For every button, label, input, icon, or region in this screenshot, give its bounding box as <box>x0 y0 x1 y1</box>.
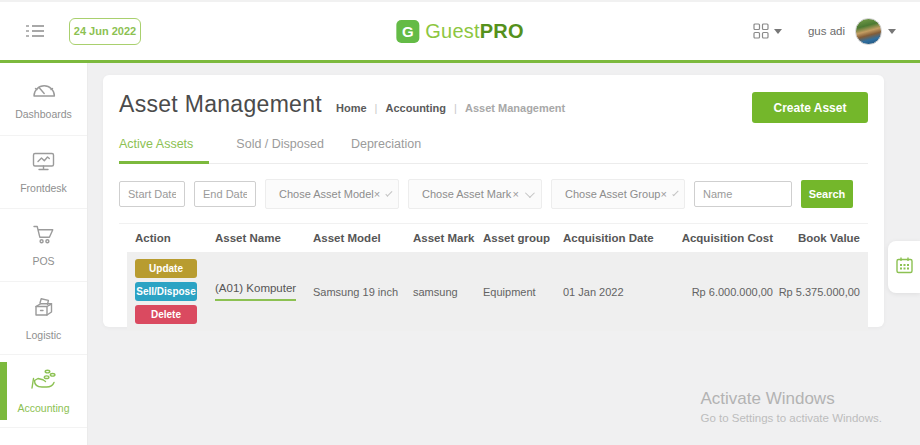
gauge-icon <box>30 79 58 102</box>
filter-bar: Chose Asset Model × Chose Asset Mark × C… <box>119 179 868 209</box>
body: Dashboards Frontdesk POS <box>0 63 920 445</box>
sidebar-item-dashboards[interactable]: Dashboards <box>0 63 87 136</box>
asset-model-select[interactable]: Chose Asset Model × <box>265 179 399 209</box>
acquisition-cost-cell: Rp 6.000.000,00 <box>668 286 773 298</box>
header-right-group: gus adi <box>753 18 920 45</box>
chevron-down-icon <box>525 188 535 198</box>
sidebar-label: Frontdesk <box>20 182 67 194</box>
logo-text: GuestPRO <box>425 20 523 43</box>
tab-depreciation[interactable]: Depreciation <box>351 137 421 164</box>
name-input[interactable] <box>694 181 792 207</box>
breadcrumb-current: Asset Management <box>465 102 565 114</box>
sidebar-label: Dashboards <box>15 108 72 120</box>
asset-group-cell: Equipment <box>483 286 563 298</box>
search-button[interactable]: Search <box>801 180 853 208</box>
action-cell: Update Sell/Dispose Delete <box>135 259 215 324</box>
guestpro-logo: G GuestPRO <box>396 20 523 43</box>
table-header-row: Action Asset Name Asset Model Asset Mark… <box>119 223 868 252</box>
monitor-icon <box>30 151 57 176</box>
clear-icon[interactable]: × <box>374 188 380 200</box>
sidebar-label: Accounting <box>18 402 70 414</box>
sidebar-label: POS <box>32 255 54 267</box>
start-date-input[interactable] <box>119 181 185 207</box>
sidebar-label: Logistic <box>26 329 62 341</box>
main-content: Asset Management Home | Accounting | Ass… <box>88 63 920 445</box>
tab-sold-disposed[interactable]: Sold / Disposed <box>236 137 324 164</box>
user-avatar[interactable] <box>855 18 882 45</box>
sidebar-item-frontdesk[interactable]: Frontdesk <box>0 136 87 209</box>
asset-mark-select[interactable]: Chose Asset Mark × <box>408 179 542 209</box>
breadcrumb: Home | Accounting | Asset Management <box>336 102 565 114</box>
chevron-down-icon <box>386 189 393 196</box>
user-menu-caret-icon[interactable] <box>888 29 896 34</box>
asset-management-card: Asset Management Home | Accounting | Ass… <box>103 75 884 327</box>
menu-list-icon[interactable] <box>25 23 45 39</box>
cart-icon <box>31 224 56 249</box>
end-date-input[interactable] <box>194 181 256 207</box>
delete-button[interactable]: Delete <box>135 305 197 324</box>
clear-icon[interactable]: × <box>660 188 666 200</box>
breadcrumb-accounting[interactable]: Accounting <box>386 102 447 114</box>
apps-caret-icon <box>774 29 782 34</box>
asset-model-cell: Samsung 19 inch <box>313 286 413 298</box>
sidebar-item-logistic[interactable]: Logistic <box>0 282 87 355</box>
acquisition-date-cell: 01 Jan 2022 <box>563 286 668 298</box>
asset-name-link[interactable]: (A01) Komputer <box>215 282 296 301</box>
logo-g-icon: G <box>396 20 419 43</box>
hand-coins-icon <box>29 368 58 396</box>
sidebar-item-accounting[interactable]: Accounting <box>0 355 87 428</box>
tabs: Active Assets Sold / Disposed Depreciati… <box>119 137 868 164</box>
title-row: Asset Management Home | Accounting | Ass… <box>119 92 868 123</box>
assets-table: Action Asset Name Asset Model Asset Mark… <box>119 223 868 331</box>
chevron-down-icon <box>672 189 678 195</box>
breadcrumb-home[interactable]: Home <box>336 102 367 114</box>
sidebar: Dashboards Frontdesk POS <box>0 63 88 445</box>
book-value-cell: Rp 5.375.000,00 <box>773 286 860 298</box>
tab-active-assets[interactable]: Active Assets <box>119 137 209 164</box>
sidebar-item-pos[interactable]: POS <box>0 209 87 282</box>
user-name: gus adi <box>808 25 845 37</box>
sell-dispose-button[interactable]: Sell/Dispose <box>135 282 197 301</box>
calendar-side-button[interactable] <box>888 241 920 293</box>
activate-windows-watermark: Activate Windows Go to Settings to activ… <box>700 389 882 424</box>
clear-icon[interactable]: × <box>513 188 519 200</box>
apps-grid-icon[interactable] <box>753 23 782 39</box>
box-icon <box>30 296 57 323</box>
business-date-button[interactable]: 24 Jun 2022 <box>69 18 141 45</box>
table-row: Update Sell/Dispose Delete (A01) Kompute… <box>127 252 868 331</box>
asset-mark-cell: samsung <box>413 286 483 298</box>
top-header: 24 Jun 2022 G GuestPRO gus adi <box>0 0 920 60</box>
update-button[interactable]: Update <box>135 259 197 278</box>
calendar-icon <box>895 256 914 279</box>
asset-group-select[interactable]: Chose Asset Group × <box>551 179 685 209</box>
page-title: Asset Management <box>119 92 322 117</box>
create-asset-button[interactable]: Create Asset <box>752 92 868 123</box>
